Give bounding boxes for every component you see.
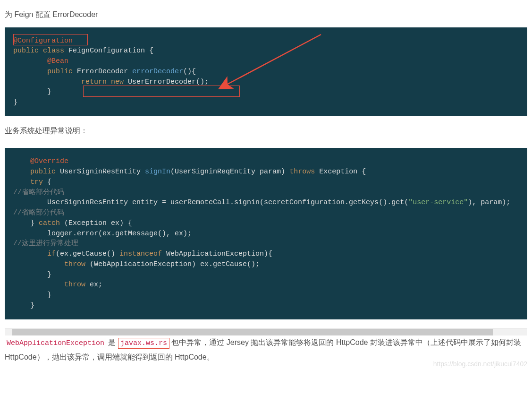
horizontal-scrollbar[interactable] <box>5 328 527 335</box>
inline-code-javaxwsrs: javax.ws.rs <box>118 338 169 349</box>
code-content-1: @Configuration public class FeignConfigu… <box>13 36 519 108</box>
inline-code-webapplicationexception: WebApplicationException <box>5 338 106 348</box>
code-content-2: @Override public UserSigninResEntity sig… <box>13 156 519 310</box>
code-block-1: @Configuration public class FeignConfigu… <box>5 27 527 116</box>
watermark: https://blog.csdn.net/jikucui7402 <box>433 359 527 369</box>
code-block-2: @Override public UserSigninResEntity sig… <box>5 148 527 319</box>
intro-paragraph: 为 Feign 配置 ErrorDecoder <box>5 9 527 21</box>
section-paragraph: 业务系统处理异常说明： <box>5 125 527 137</box>
code-block-2-wrap: @Override public UserSigninResEntity sig… <box>5 143 527 335</box>
scroll-right-button[interactable] <box>520 328 527 335</box>
scroll-thumb[interactable] <box>12 329 493 335</box>
scroll-left-button[interactable] <box>5 328 12 335</box>
